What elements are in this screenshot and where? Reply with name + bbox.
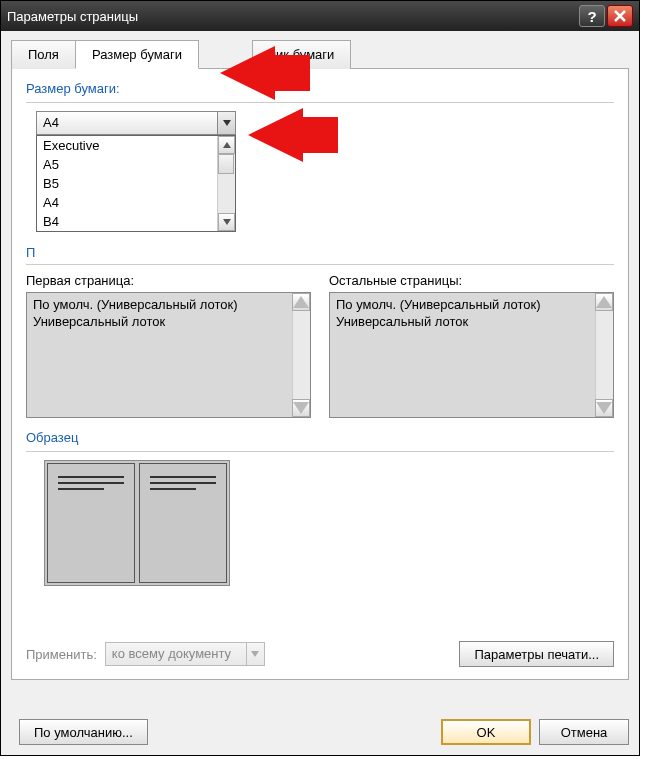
combo-dropdown-button[interactable] (217, 112, 235, 134)
other-pages-label: Остальные страницы: (329, 273, 614, 288)
divider (26, 264, 614, 265)
list-item[interactable]: По умолч. (Универсальный лоток) (336, 296, 593, 313)
chevron-down-icon (223, 219, 231, 225)
listbox-scrollbar[interactable] (595, 293, 613, 417)
option-b4[interactable]: B4 (37, 212, 235, 231)
first-page-listbox[interactable]: По умолч. (Универсальный лоток) Универса… (26, 292, 311, 418)
titlebar: Параметры страницы ? (1, 1, 639, 31)
svg-marker-0 (220, 46, 310, 100)
listbox-scrollbar[interactable] (292, 293, 310, 417)
help-button[interactable]: ? (579, 5, 605, 27)
divider (26, 451, 614, 452)
tray-row: Первая страница: По умолч. (Универсальны… (26, 273, 614, 418)
chevron-down-icon (251, 651, 259, 657)
paper-size-combo[interactable]: A4 (36, 111, 236, 135)
first-page-label: Первая страница: (26, 273, 311, 288)
chevron-up-icon (223, 142, 231, 148)
chevron-up-icon (293, 296, 309, 308)
preview-page-right (139, 463, 227, 583)
default-button[interactable]: По умолчанию... (19, 719, 148, 745)
other-pages-listbox[interactable]: По умолч. (Универсальный лоток) Универса… (329, 292, 614, 418)
paper-size-value: A4 (37, 112, 217, 134)
tab-fields[interactable]: Поля (11, 40, 76, 69)
cancel-button[interactable]: Отмена (539, 719, 629, 745)
apply-to-combo[interactable]: ко всему документу (105, 642, 265, 666)
svg-marker-1 (248, 108, 338, 162)
scroll-up-button[interactable] (595, 293, 613, 311)
annotation-arrow-icon (220, 42, 310, 102)
sample-label: Образец (26, 430, 614, 445)
paper-size-group-label: Размер бумаги: (26, 81, 614, 96)
list-item[interactable]: Универсальный лоток (33, 313, 290, 330)
first-page-column: Первая страница: По умолч. (Универсальны… (26, 273, 311, 418)
sample-group: Образец (26, 430, 614, 586)
annotation-arrow-icon (248, 104, 338, 164)
scroll-down-button[interactable] (595, 399, 613, 417)
paper-size-dropdown[interactable]: Executive A5 B5 A4 B4 (36, 135, 236, 232)
ok-button[interactable]: OK (441, 719, 531, 745)
divider (26, 102, 614, 103)
close-button[interactable] (607, 5, 633, 27)
tab-strip: Поля Размер бумаги ник бумаги (11, 39, 629, 68)
tray-group-label-partial: П (26, 245, 614, 260)
list-item[interactable]: По умолч. (Универсальный лоток) (33, 296, 290, 313)
tab-paper-size[interactable]: Размер бумаги (75, 40, 199, 69)
scroll-down-button[interactable] (218, 213, 235, 231)
apply-to-value: ко всему документу (106, 643, 246, 665)
chevron-up-icon (596, 296, 612, 308)
titlebar-title: Параметры страницы (7, 9, 577, 24)
close-icon (613, 9, 627, 23)
dropdown-scrollbar[interactable] (217, 136, 235, 231)
other-pages-column: Остальные страницы: По умолч. (Универсал… (329, 273, 614, 418)
list-item[interactable]: Универсальный лоток (336, 313, 593, 330)
option-executive[interactable]: Executive (37, 136, 235, 155)
scroll-down-button[interactable] (292, 399, 310, 417)
scroll-thumb[interactable] (218, 154, 234, 174)
option-a5[interactable]: A5 (37, 155, 235, 174)
scroll-up-button[interactable] (292, 293, 310, 311)
chevron-down-icon (223, 120, 231, 126)
print-params-button[interactable]: Параметры печати... (459, 641, 614, 667)
chevron-down-icon (596, 402, 612, 414)
combo-dropdown-button[interactable] (246, 643, 264, 665)
option-b5[interactable]: B5 (37, 174, 235, 193)
sample-preview (44, 460, 230, 586)
chevron-down-icon (293, 402, 309, 414)
option-a4[interactable]: A4 (37, 193, 235, 212)
apply-to-label: Применить: (26, 647, 97, 662)
panel-bottom-row: Применить: ко всему документу Параметры … (26, 641, 614, 667)
scroll-up-button[interactable] (218, 136, 235, 154)
preview-page-left (47, 463, 135, 583)
dialog-footer: По умолчанию... OK Отмена (11, 719, 629, 745)
